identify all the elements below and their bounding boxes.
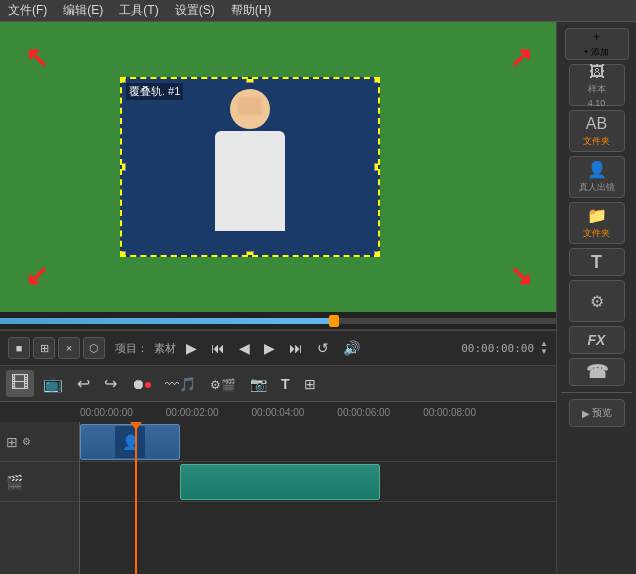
sidebar-btn-sample[interactable]: 🖼 样本 4.10 xyxy=(569,64,625,106)
add-icon: ＋ xyxy=(591,29,602,44)
corner-arrow-bl: ↙ xyxy=(18,258,54,294)
menu-tools[interactable]: 工具(T) xyxy=(119,2,158,19)
handle-mr[interactable] xyxy=(374,163,380,171)
track-row-overlay xyxy=(80,462,556,502)
folder2-icon: 📁 xyxy=(587,206,607,225)
tl-btn-monitor[interactable]: 📺 xyxy=(38,371,68,396)
track-row-video: 👤 xyxy=(80,422,556,462)
tl-btn-camera[interactable]: 📷 xyxy=(245,372,272,396)
clip-thumbnail: 👤 xyxy=(81,425,179,459)
track-labels: ⊞ ⚙ 🎬 xyxy=(0,422,80,574)
person-icon: 👤 xyxy=(587,160,607,179)
menu-help[interactable]: 帮助(H) xyxy=(231,2,272,19)
sidebar-btn-person[interactable]: 👤 真人出镜 xyxy=(569,156,625,198)
tl-btn-text[interactable]: T xyxy=(276,372,295,396)
handle-tc[interactable] xyxy=(246,77,254,83)
handle-bl[interactable] xyxy=(120,251,126,257)
timeline-toolbar: 🎞 📺 ↩ ↪ ⏺ 〰🎵 ⚙🎬 📷 T xyxy=(0,366,556,402)
playhead[interactable] xyxy=(135,422,137,574)
tl-btn-redo[interactable]: ↪ xyxy=(99,371,122,396)
controls-bar: ■ ⊞ × ⬡ 项目： 素材 ▶ ⏮ ◀ ▶ ⏭ ↺ 🔊 00:00:00:00… xyxy=(0,330,556,366)
title-T-icon: T xyxy=(591,252,602,273)
progress-area[interactable] xyxy=(0,312,556,330)
ruler-marks: 00:00:00:00 00:00:02:00 00:00:04:00 00:0… xyxy=(80,407,476,418)
tl-btn-fx2[interactable]: ⚙🎬 xyxy=(205,372,241,396)
handle-bc[interactable] xyxy=(246,251,254,257)
btn-frame-fwd[interactable]: ▶ xyxy=(260,338,279,358)
overlay-video-box[interactable]: 覆叠轨. #1 xyxy=(120,77,380,257)
sample-label: 样本 xyxy=(588,83,606,96)
folder-icon: AB xyxy=(586,115,607,133)
sidebar-divider xyxy=(561,392,632,393)
person-label: 真人出镜 xyxy=(579,181,615,194)
handle-ml[interactable] xyxy=(120,163,126,171)
video-preview[interactable]: ↖ ↗ ↙ ↘ 覆叠轨. #1 xyxy=(0,22,556,312)
btn-close[interactable]: × xyxy=(58,337,80,359)
progress-track xyxy=(0,318,556,324)
main-area: ↖ ↗ ↙ ↘ 覆叠轨. #1 xyxy=(0,22,636,574)
btn-play[interactable]: ▶ xyxy=(182,338,201,358)
corner-arrow-tr: ↗ xyxy=(502,40,538,76)
tl-btn-wave[interactable]: 〰🎵 xyxy=(160,372,201,396)
sidebar-btn-phone[interactable]: ☎ xyxy=(569,358,625,386)
ruler-mark-0: 00:00:00:00 xyxy=(80,407,133,418)
track-label-overlay: 🎬 xyxy=(0,462,79,502)
person-head xyxy=(230,89,270,129)
sidebar-btn-fx[interactable]: FX xyxy=(569,326,625,354)
fx-icon: FX xyxy=(588,332,606,348)
sidebar-btn-folder2[interactable]: 📁 文件夹 xyxy=(569,202,625,244)
preview-icon: ▶ xyxy=(582,408,590,419)
btn-snap[interactable]: ⊞ xyxy=(33,337,55,359)
handle-tl[interactable] xyxy=(120,77,126,83)
project-label: 项目： xyxy=(115,341,148,356)
sidebar-btn-camera[interactable]: ⚙ xyxy=(569,280,625,322)
preview-section: ↖ ↗ ↙ ↘ 覆叠轨. #1 xyxy=(0,22,556,574)
tl-btn-undo[interactable]: ↩ xyxy=(72,371,95,396)
menu-settings[interactable]: 设置(S) xyxy=(175,2,215,19)
sidebar-btn-folder[interactable]: AB 文件夹 xyxy=(569,110,625,152)
handle-tr[interactable] xyxy=(374,77,380,83)
corner-arrow-tl: ↖ xyxy=(18,40,54,76)
btn-volume[interactable]: 🔊 xyxy=(339,338,364,358)
material-label: 素材 xyxy=(154,341,176,356)
arrow-icon-tr: ↗ xyxy=(509,44,532,72)
ruler-mark-1: 00:00:02:00 xyxy=(166,407,219,418)
menu-edit[interactable]: 编辑(E) xyxy=(63,2,103,19)
sample-icon: 🖼 xyxy=(589,63,605,81)
person-body xyxy=(215,131,285,231)
timecode-display: 00:00:00:00 xyxy=(461,342,534,355)
menu-file[interactable]: 文件(F) xyxy=(8,2,47,19)
sidebar-btn-add[interactable]: ＋ + 添加 xyxy=(565,28,629,60)
handle-br[interactable] xyxy=(374,251,380,257)
track-settings[interactable]: ⚙ xyxy=(22,436,31,447)
time-down[interactable]: ▼ xyxy=(540,348,548,356)
folder2-label: 文件夹 xyxy=(583,227,610,240)
folder-label: 文件夹 xyxy=(583,135,610,148)
overlay-label: 覆叠轨. #1 xyxy=(126,83,183,100)
person-figure xyxy=(210,89,290,249)
tl-btn-film[interactable]: 🎞 xyxy=(6,370,34,397)
clip-overlay-teal[interactable] xyxy=(180,464,380,500)
arrow-icon-tl: ↖ xyxy=(25,44,48,72)
corner-arrow-br: ↘ xyxy=(502,258,538,294)
phone-icon: ☎ xyxy=(586,361,608,383)
camera2-icon: ⚙ xyxy=(590,292,604,311)
arrow-icon-br: ↘ xyxy=(509,262,532,290)
sidebar: ＋ + 添加 🖼 样本 4.10 AB 文件夹 👤 真人出镜 📁 文件夹 T ⚙… xyxy=(556,22,636,574)
arrow-icon-bl: ↙ xyxy=(25,262,48,290)
rec-indicator xyxy=(145,382,151,388)
btn-step-back[interactable]: ⏮ xyxy=(207,338,229,358)
progress-handle[interactable] xyxy=(329,315,339,327)
btn-stop[interactable]: ■ xyxy=(8,337,30,359)
progress-fill xyxy=(0,318,334,324)
version-label: 4.10 xyxy=(588,98,606,108)
btn-frame-back[interactable]: ◀ xyxy=(235,338,254,358)
ruler-mark-4: 00:00:08:00 xyxy=(423,407,476,418)
btn-repeat[interactable]: ↺ xyxy=(313,338,333,358)
tl-btn-record[interactable]: ⏺ xyxy=(126,372,156,396)
tl-btn-grid[interactable]: ⊞ xyxy=(299,372,321,396)
btn-expand[interactable]: ⬡ xyxy=(83,337,105,359)
sidebar-btn-title[interactable]: T xyxy=(569,248,625,276)
sidebar-btn-preview[interactable]: ▶ 预览 xyxy=(569,399,625,427)
btn-step-fwd[interactable]: ⏭ xyxy=(285,338,307,358)
